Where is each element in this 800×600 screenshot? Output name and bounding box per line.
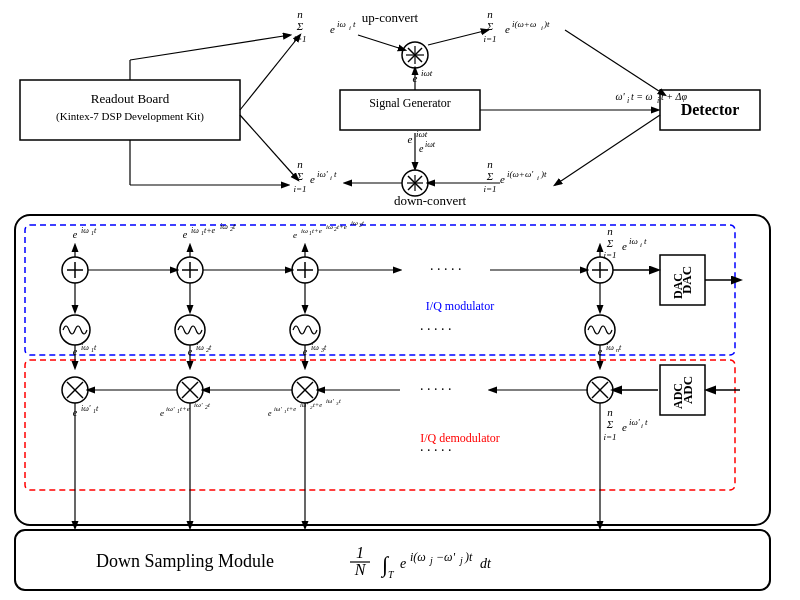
label-ew1t-1: e <box>73 229 78 240</box>
sum-top-left-sigma: Σ <box>296 20 304 32</box>
sum-top-right-e2: e <box>622 240 627 252</box>
osc1-label-sup: iω <box>81 343 89 352</box>
sum-bot-left-t: t <box>334 169 337 179</box>
dots-top: · · · · · <box>430 262 462 277</box>
ds-rest: )t <box>464 550 473 564</box>
mult1-label-sup: iω' <box>81 404 91 413</box>
arrow-rb-to-sum-top <box>240 35 300 110</box>
ds-fraction: 1 <box>356 544 364 561</box>
main-block-outer <box>15 215 770 525</box>
sum-top-right-super: i(ω+ω <box>512 19 536 29</box>
label-ew1w2: e <box>183 229 188 240</box>
ds-e: e <box>400 556 406 571</box>
mult2-label-sup: iω' <box>166 405 175 413</box>
ds-exp: i(ω <box>410 550 426 564</box>
sum-bot-right-n: n <box>487 158 493 170</box>
sum-bot-sigma2: Σ <box>606 418 614 430</box>
sum-top-left-i: i <box>349 24 351 32</box>
detector-label: Detector <box>681 101 740 118</box>
label-ew1w2-plus: t+e <box>204 226 216 235</box>
omega-prime-sub: i <box>627 96 629 105</box>
mult3-label-sup2: iω' <box>300 401 308 408</box>
e-iwt-down-label: e <box>419 143 424 154</box>
mult3-label-sup1: iω' <box>274 405 282 412</box>
sum-formula-top-left: n <box>297 8 303 20</box>
oscn-label-sup: iω <box>606 343 614 352</box>
sum-bot-i2: i <box>641 422 643 430</box>
sum-bot-left-i: i <box>330 174 332 182</box>
sum-top-right-super2: iω <box>629 236 638 246</box>
ds-dt: dt <box>480 556 492 571</box>
osc2-label-sup: iω <box>196 343 204 352</box>
sum-top-right-i2: i <box>640 241 642 249</box>
sum-bot-n2: n <box>607 406 613 418</box>
omega-prime-eq: t = ω <box>631 91 653 102</box>
adc-text-fix: ADC <box>680 376 695 404</box>
sum-top-right-n: n <box>487 8 493 20</box>
mult3-label-sup3: iω' <box>326 397 334 404</box>
mult3-label-t1: t+e <box>287 405 296 412</box>
sum-top-right-exp: e <box>505 23 510 35</box>
label-ew123: e <box>293 230 297 240</box>
mult3-label: e <box>268 409 272 418</box>
label-ew1t-1-sup: iω <box>81 226 89 235</box>
arrow-mult-to-sum-right <box>428 30 488 45</box>
sum-bot-left-super: iω' <box>317 169 329 179</box>
block-diagram: up-convert n Σ i=1 e iω i t n Σ i=1 e i(… <box>0 0 800 600</box>
omega-prime-formula: ω' <box>615 91 625 102</box>
sum-bot-left-n: n <box>297 158 303 170</box>
ds-minus: −ω' <box>436 550 456 564</box>
sum-top-right-n2: n <box>607 225 613 237</box>
dots-mid: · · · · · <box>420 322 452 337</box>
down-convert-label: down-convert <box>394 193 467 208</box>
sum-top-left-t: t <box>353 19 356 29</box>
mult3-label-t2: t+e <box>313 401 322 408</box>
sum-bot-right-sub: i=1 <box>483 184 496 194</box>
label-ew123-sup: iω <box>301 227 308 235</box>
sum-bot-left-sub: i=1 <box>293 184 306 194</box>
sum-top-right-sigma2: Σ <box>606 237 614 249</box>
sum-bot-sub2: i=1 <box>603 432 616 442</box>
label-ew123-t1: t+e <box>312 227 322 235</box>
label-ew1w2-sup2: iω <box>220 222 228 231</box>
sum-bot-left-sigma: Σ <box>296 170 304 182</box>
sum-bot-right-i: i <box>537 174 539 182</box>
down-sampling-label: Down Sampling Module <box>96 551 274 571</box>
sum-top-right-close: )t <box>543 19 550 29</box>
label-ew123-sup3: iω <box>351 219 358 227</box>
mult2-label-sup2: iω' <box>194 401 203 409</box>
sum-top-left-super: iω <box>337 19 346 29</box>
mult2-label-t: t+e <box>180 405 190 413</box>
e-iwt-sg: e <box>408 133 413 145</box>
arrow-sum-to-mult <box>358 35 405 50</box>
sum-bot-super2: iω' <box>629 417 641 427</box>
e-iwt-sg-super: iωt <box>416 129 428 139</box>
e-iwt-down-super: iωt <box>425 140 436 149</box>
omega-prime-sub2: i <box>657 96 659 105</box>
omega-prime-rest: t + Δφ <box>661 91 687 102</box>
mult3-label-t3: t <box>339 397 341 404</box>
sum-bot-right-close: )t <box>540 169 547 179</box>
sum-bot-right-super: i(ω+ω' <box>507 169 534 179</box>
dac-text-fix: DAC <box>679 266 694 294</box>
dots-bot2: · · · · · <box>420 443 452 458</box>
iq-modulator-label: I/Q modulator <box>426 299 494 313</box>
sum-top-left-exp: e <box>330 23 335 35</box>
ds-N: N <box>354 561 367 578</box>
sum-bot-right-exp: e <box>500 173 505 185</box>
osc3-label-sup: iω <box>311 343 319 352</box>
arrow-sum-right-to-detector <box>565 30 665 95</box>
rb-to-sum-line <box>130 35 290 60</box>
up-convert-label: up-convert <box>362 10 419 25</box>
mult2-label: e <box>160 408 164 418</box>
sum-bot-left-exp: e <box>310 173 315 185</box>
arrow-detector-down <box>555 115 660 185</box>
label-ew123-t2: t+e <box>337 223 347 231</box>
signal-generator-label: Signal Generator <box>369 96 451 110</box>
sum-bot-e2: e <box>622 421 627 433</box>
label-ew1w2-sup: iω <box>191 226 199 235</box>
dots-bot: · · · · · <box>420 382 452 397</box>
arrow-rb-to-sum-bot <box>240 115 298 180</box>
sum-bot-right-sigma: Σ <box>486 170 494 182</box>
sum-top-right-i: i <box>541 24 543 32</box>
